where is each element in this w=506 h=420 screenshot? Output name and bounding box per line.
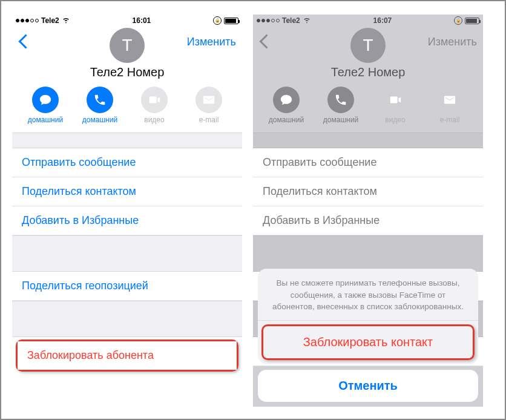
phone-icon: [87, 87, 113, 113]
mail-icon: [436, 87, 463, 113]
contact-name: Теле2 Номер: [253, 65, 483, 79]
rotation-lock-icon: 🔒: [213, 16, 222, 25]
separator: [12, 301, 242, 337]
share-location-item[interactable]: Поделиться геопозицией: [12, 272, 242, 301]
add-favorite-item[interactable]: Добавить в Избранные: [12, 206, 242, 235]
message-action: домашний: [265, 87, 307, 124]
separator: [12, 235, 242, 272]
block-contact-item[interactable]: Заблокировать абонента: [18, 341, 237, 370]
share-contact-item[interactable]: Поделиться контактом: [12, 177, 242, 206]
edit-button: Изменить: [428, 36, 477, 48]
carrier-label: Tele2: [41, 16, 59, 25]
sheet-message: Вы не сможете принимать телефонные вызов…: [258, 269, 478, 321]
video-icon: [141, 87, 168, 113]
status-bar: Tele2 16:07 🔒: [253, 15, 483, 27]
signal-icon: [16, 19, 39, 22]
separator: [253, 133, 483, 148]
clock: 16:07: [311, 16, 454, 25]
video-icon: [382, 87, 409, 113]
clock: 16:01: [70, 16, 213, 25]
back-button: [259, 34, 268, 49]
separator: [253, 235, 483, 272]
battery-icon: [224, 18, 238, 24]
edit-button[interactable]: Изменить: [187, 36, 236, 48]
email-action: e-mail: [429, 87, 471, 124]
phone-icon: [327, 87, 354, 113]
email-action: e-mail: [188, 87, 230, 124]
avatar: T: [110, 28, 145, 63]
cancel-button[interactable]: Отменить: [258, 370, 478, 402]
carrier-label: Tele2: [282, 16, 300, 25]
rotation-lock-icon: 🔒: [454, 16, 462, 25]
block-contact-button[interactable]: Заблокировать контакт: [263, 326, 473, 358]
avatar: T: [350, 28, 386, 63]
contact-name: Теле2 Номер: [12, 65, 242, 79]
call-action: домашний: [320, 87, 362, 124]
separator: [12, 133, 242, 148]
battery-icon: [465, 18, 479, 24]
highlight-block: Заблокировать абонента: [16, 340, 238, 372]
action-sheet: Вы не сможете принимать телефонные вызов…: [258, 269, 478, 402]
wifi-icon: [303, 16, 311, 26]
signal-icon: [257, 19, 280, 22]
add-favorite-item: Добавить в Избранные: [253, 206, 483, 235]
back-button[interactable]: [18, 34, 27, 49]
video-action: видео: [133, 87, 176, 124]
message-action[interactable]: домашний: [24, 87, 67, 124]
video-action: видео: [374, 87, 416, 124]
share-contact-item: Поделиться контактом: [253, 177, 483, 206]
status-bar: Tele2 16:01 🔒: [12, 15, 242, 27]
call-action[interactable]: домашний: [79, 87, 121, 124]
wifi-icon: [62, 16, 70, 26]
mail-icon: [196, 87, 222, 113]
send-message-item[interactable]: Отправить сообщение: [12, 148, 242, 177]
send-message-item: Отправить сообщение: [253, 148, 483, 177]
phone-left: Tele2 16:01 🔒 Изменить T Теле2 Номер: [12, 15, 242, 407]
message-icon: [32, 87, 59, 113]
message-icon: [273, 87, 300, 113]
action-row: домашний домашний видео e-mail: [253, 87, 483, 133]
phone-right: Tele2 16:07 🔒 Изменить T Теле2 Номер: [253, 15, 483, 407]
action-row: домашний домашний видео e-mail: [12, 87, 242, 133]
